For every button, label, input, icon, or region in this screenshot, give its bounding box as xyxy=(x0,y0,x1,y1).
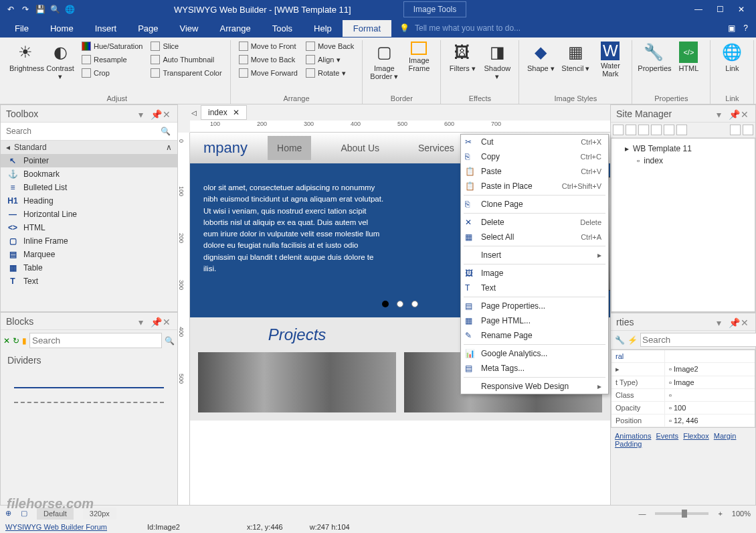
maximize-button[interactable]: ☐ xyxy=(711,3,729,16)
imgframe-button[interactable]: Image Frame xyxy=(403,40,435,72)
zoom-out-icon[interactable]: — xyxy=(638,510,646,518)
link-events[interactable]: Events xyxy=(656,432,678,440)
shadow-button[interactable]: ◨Shadow ▾ xyxy=(481,40,513,81)
menu-format[interactable]: Format xyxy=(343,20,391,37)
link-button[interactable]: 🌐Link xyxy=(716,40,748,72)
ctx-google-analytics-[interactable]: 📊Google Analytics... xyxy=(461,346,608,361)
redo-icon[interactable]: ↷ xyxy=(20,4,31,15)
minimize-button[interactable]: — xyxy=(689,3,708,16)
save-icon[interactable]: 💾 xyxy=(35,4,45,15)
hue-button[interactable]: Hue/Saturation xyxy=(79,40,145,52)
categorize-icon[interactable]: 🔧 xyxy=(615,335,625,345)
moveback2-button[interactable]: Move Back xyxy=(303,40,357,52)
prop-row[interactable]: Class▫ xyxy=(611,389,755,402)
ctx-rename-page[interactable]: ✎Rename Page xyxy=(461,328,608,343)
toolbox-item-html[interactable]: <>HTML xyxy=(1,221,177,234)
menu-file[interactable]: File xyxy=(4,20,39,37)
menu-tools[interactable]: Tools xyxy=(262,20,303,37)
refresh-icon[interactable]: ✕ xyxy=(3,336,10,346)
slice-button[interactable]: Slice xyxy=(148,40,224,52)
undo-icon[interactable]: ↶ xyxy=(5,4,16,15)
ctx-select-all[interactable]: ▦Select AllCtrl+A xyxy=(461,230,608,244)
close-panel-icon[interactable]: ✕ xyxy=(741,317,750,327)
sort-icon[interactable]: ⚡ xyxy=(628,335,638,345)
toolbox-item-inline-frame[interactable]: ▢Inline Frame xyxy=(1,234,177,248)
close-panel-icon[interactable]: ✕ xyxy=(741,109,750,119)
ctx-responsive-web-design[interactable]: Responsive Web Design▸ xyxy=(461,379,608,394)
moveforward-button[interactable]: Move Forward xyxy=(236,67,300,79)
ctx-clone-page[interactable]: ⎘Clone Page xyxy=(461,197,608,212)
zoom-slider[interactable] xyxy=(655,512,708,515)
prop-row[interactable]: ▸▫ Image2 xyxy=(611,363,755,376)
tell-me[interactable]: 💡Tell me what you want to do... xyxy=(391,23,724,33)
transparent-button[interactable]: Transparent Color xyxy=(148,67,224,79)
edit-icon[interactable] xyxy=(651,125,662,135)
settings-icon[interactable] xyxy=(743,125,753,135)
divider-preview[interactable] xyxy=(14,387,164,388)
ctx-copy[interactable]: ⎘CopyCtrl+C xyxy=(461,149,608,164)
pin-icon[interactable]: 📌 xyxy=(151,109,160,119)
properties-button[interactable]: 🔧Properties xyxy=(638,40,670,72)
link-margin[interactable]: Margin xyxy=(714,432,737,440)
properties-icon[interactable] xyxy=(730,125,741,135)
brightness-button[interactable]: ☀Brightness xyxy=(9,40,41,72)
toolbox-item-text[interactable]: TText xyxy=(1,275,177,288)
toolbox-search[interactable] xyxy=(3,124,157,139)
toolbox-item-bookmark[interactable]: ⚓Bookmark xyxy=(1,167,177,181)
preview-icon[interactable]: 🔍 xyxy=(50,4,60,15)
menu-arrange[interactable]: Arrange xyxy=(209,20,261,37)
filter-icon[interactable]: ▮ xyxy=(22,336,27,346)
rotate-button[interactable]: Rotate ▾ xyxy=(303,67,357,79)
prop-row[interactable]: Opacity▫ 100 xyxy=(611,402,755,414)
menu-help[interactable]: Help xyxy=(303,20,343,37)
toolbox-item-table[interactable]: ▦Table xyxy=(1,261,177,275)
forum-link[interactable]: WYSIWYG Web Builder Forum xyxy=(5,523,107,531)
pin-icon[interactable]: 📌 xyxy=(151,317,160,326)
pin-icon[interactable]: 📌 xyxy=(729,109,738,119)
align-button[interactable]: Align ▾ xyxy=(303,54,357,66)
prop-row[interactable]: Position▫ 12, 446 xyxy=(611,414,755,427)
ctx-paste[interactable]: 📋PasteCtrl+V xyxy=(461,164,608,179)
crop-button[interactable]: Crop xyxy=(79,67,145,79)
link-animations[interactable]: Animations xyxy=(615,432,651,440)
ctx-text[interactable]: TText xyxy=(461,281,608,295)
menu-home[interactable]: Home xyxy=(39,20,84,37)
ctx-page-properties-[interactable]: ▤Page Properties... xyxy=(461,299,608,313)
delete-icon[interactable] xyxy=(676,125,687,135)
new-page-icon[interactable] xyxy=(613,125,624,135)
ctx-cut[interactable]: ✂CutCtrl+X xyxy=(461,135,608,149)
stencil-button[interactable]: ▦Stencil ▾ xyxy=(559,40,591,73)
dropdown-icon[interactable]: ▾ xyxy=(138,317,148,326)
blocks-search[interactable] xyxy=(29,333,162,348)
toolbox-item-marquee[interactable]: ▤Marquee xyxy=(1,248,177,261)
close-panel-icon[interactable]: ✕ xyxy=(163,317,172,326)
toolbox-item-horizontal-line[interactable]: —Horizontal Line xyxy=(1,208,177,221)
dropdown-icon[interactable]: ▾ xyxy=(717,317,726,327)
link-padding[interactable]: Padding xyxy=(615,440,642,448)
close-button[interactable]: ✕ xyxy=(732,3,751,16)
new-folder-icon[interactable] xyxy=(626,125,636,135)
imgborder-button[interactable]: ▢Image Border ▾ xyxy=(368,40,400,81)
filters-button[interactable]: 🖼Filters ▾ xyxy=(446,40,478,73)
publish-icon[interactable]: 🌐 xyxy=(64,4,75,15)
resample-button[interactable]: Resample xyxy=(79,54,145,66)
zoom-in-icon[interactable]: + xyxy=(718,510,722,518)
menu-view[interactable]: View xyxy=(169,20,209,37)
toolbox-item-bulleted-list[interactable]: ≡Bulleted List xyxy=(1,181,177,194)
scroll-left-icon[interactable]: ◁ xyxy=(191,109,197,117)
menu-page[interactable]: Page xyxy=(127,20,169,37)
menu-insert[interactable]: Insert xyxy=(84,20,128,37)
ctx-page-html-[interactable]: ▦Page HTML... xyxy=(461,313,608,328)
open-icon[interactable] xyxy=(638,125,649,135)
search-icon[interactable]: 🔍 xyxy=(165,336,175,346)
copy-icon[interactable] xyxy=(664,125,674,135)
dropdown-icon[interactable]: ▾ xyxy=(138,109,148,119)
shape-button[interactable]: ◆Shape ▾ xyxy=(525,40,557,73)
tree-root[interactable]: ▸WB Template 11 xyxy=(616,143,751,155)
prop-group[interactable]: ral xyxy=(611,350,665,362)
properties-search[interactable] xyxy=(640,333,756,347)
ctx-delete[interactable]: ✕DeleteDelete xyxy=(461,215,608,230)
close-panel-icon[interactable]: ✕ xyxy=(163,109,172,119)
dropdown-icon[interactable]: ▾ xyxy=(717,109,726,119)
movefront-button[interactable]: Move to Front xyxy=(236,40,300,52)
